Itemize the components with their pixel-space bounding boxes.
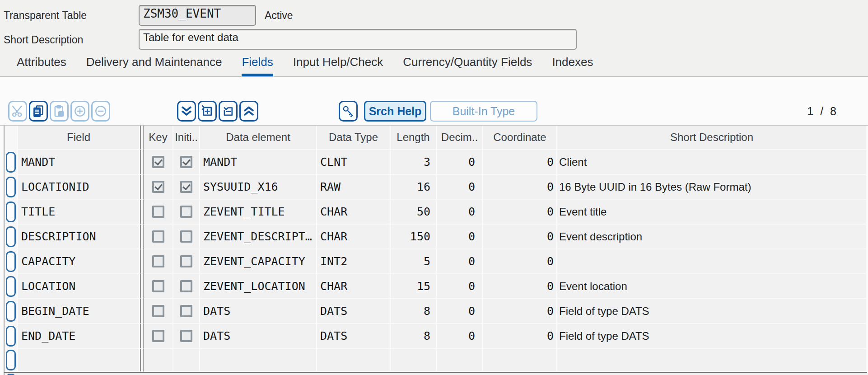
tab-fields[interactable]: Fields [242,55,273,76]
cell-length[interactable]: 8 [391,299,437,324]
row-selector[interactable] [6,326,16,347]
cell-data-element[interactable]: SYSUUID_X16 [200,175,317,200]
cell-data-element[interactable]: ZEVENT_TITLE [200,200,317,225]
key-button[interactable] [339,101,358,122]
cell-data-element[interactable]: DATS [200,299,317,324]
cell-data-element[interactable] [200,349,317,372]
initial-checkbox[interactable] [180,280,192,292]
key-checkbox[interactable] [152,330,164,342]
initial-checkbox[interactable] [180,305,192,317]
cell-data-type[interactable]: INT2 [317,249,391,274]
cell-coordinate[interactable]: 0 [483,200,557,225]
cell-field[interactable]: MANDT [18,150,140,175]
cell-data-type[interactable]: DATS [317,299,391,324]
cell-short-description[interactable]: Field of type DATS [557,299,867,324]
cell-data-element[interactable]: MANDT [200,150,317,175]
plus-circle-button[interactable] [70,101,89,122]
cell-coordinate[interactable]: 0 [483,324,557,349]
cell-short-description[interactable]: Event title [557,200,867,225]
cell-field[interactable] [18,349,140,372]
cell-field[interactable]: BEGIN_DATE [18,299,140,324]
tab-currency-quantity-fields[interactable]: Currency/Quantity Fields [403,55,532,76]
cell-decimals[interactable]: 0 [437,324,483,349]
short-description-input[interactable]: Table for event data [139,29,577,50]
cell-decimals[interactable]: 0 [437,274,483,299]
tab-delivery-and-maintenance[interactable]: Delivery and Maintenance [86,55,222,76]
tab-attributes[interactable]: Attributes [17,55,66,76]
cell-coordinate[interactable]: 0 [483,274,557,299]
cell-length[interactable]: 8 [391,324,437,349]
cell-decimals[interactable]: 0 [437,225,483,249]
cell-data-element[interactable]: DATS [200,324,317,349]
row-selector[interactable] [6,152,16,173]
table-name-input[interactable]: ZSM30_EVENT [139,5,256,26]
tab-indexes[interactable]: Indexes [552,55,593,76]
cell-length[interactable]: 150 [391,225,437,249]
cut-button[interactable] [8,101,27,122]
key-checkbox[interactable] [152,230,164,243]
cell-field[interactable]: LOCATION [18,274,140,299]
cell-coordinate[interactable]: 0 [483,225,557,249]
initial-checkbox[interactable] [180,156,192,168]
cell-decimals[interactable] [437,349,483,372]
built-in-type-button[interactable]: Built-In Type [430,101,537,122]
cell-coordinate[interactable]: 0 [483,175,557,200]
initial-checkbox[interactable] [180,255,192,267]
cell-decimals[interactable]: 0 [437,249,483,274]
cell-length[interactable]: 5 [391,249,437,274]
cell-coordinate[interactable]: 0 [483,249,557,274]
key-checkbox[interactable] [152,181,164,193]
cell-data-type[interactable] [317,349,391,372]
cell-data-element[interactable]: ZEVENT_DESCRIPT… [200,225,317,249]
cell-short-description[interactable]: Event location [557,274,867,299]
row-selector[interactable] [6,251,16,272]
key-checkbox[interactable] [152,156,164,168]
cell-data-type[interactable]: CHAR [317,274,391,299]
cell-data-type[interactable]: DATS [317,324,391,349]
cell-data-type[interactable]: CHAR [317,225,391,249]
cell-short-description[interactable] [557,349,867,372]
initial-checkbox[interactable] [180,330,192,342]
initial-checkbox[interactable] [180,181,192,193]
cell-data-type[interactable]: CLNT [317,150,391,175]
cell-length[interactable]: 16 [391,175,437,200]
row-selector[interactable] [6,301,16,322]
cell-short-description[interactable] [557,249,867,274]
insert-row-button[interactable] [198,101,217,122]
cell-field[interactable]: CAPACITY [18,249,140,274]
cell-decimals[interactable]: 0 [437,299,483,324]
row-selector[interactable] [6,177,16,197]
cell-decimals[interactable]: 0 [437,175,483,200]
key-checkbox[interactable] [152,305,164,317]
cell-coordinate[interactable] [483,349,557,372]
key-checkbox[interactable] [152,206,164,218]
row-selector[interactable] [6,350,16,370]
row-selector[interactable] [6,276,16,297]
initial-checkbox[interactable] [180,206,192,218]
cell-length[interactable]: 15 [391,274,437,299]
cell-decimals[interactable]: 0 [437,150,483,175]
cell-field[interactable]: DESCRIPTION [18,225,140,249]
srch-help-button[interactable]: Srch Help [364,101,426,122]
cell-short-description[interactable]: Field of type DATS [557,324,867,349]
cell-field[interactable]: TITLE [18,200,140,225]
tab-input-help-check[interactable]: Input Help/Check [293,55,383,76]
copy-button[interactable] [29,101,48,122]
row-selector[interactable] [6,226,16,247]
cell-length[interactable]: 3 [391,150,437,175]
key-checkbox[interactable] [152,255,164,267]
cell-short-description[interactable]: Client [557,150,867,175]
cell-short-description[interactable]: 16 Byte UUID in 16 Bytes (Raw Format) [557,175,867,200]
delete-row-button[interactable] [219,101,238,122]
cell-data-type[interactable]: CHAR [317,200,391,225]
key-checkbox[interactable] [152,280,164,292]
cell-field[interactable]: END_DATE [18,324,140,349]
cell-decimals[interactable]: 0 [437,200,483,225]
cell-data-element[interactable]: ZEVENT_LOCATION [200,274,317,299]
chevrons-down-button[interactable] [177,101,196,122]
initial-checkbox[interactable] [180,230,192,243]
minus-circle-button[interactable] [91,101,110,122]
row-selector[interactable] [6,202,16,222]
cell-coordinate[interactable]: 0 [483,150,557,175]
cell-data-element[interactable]: ZEVENT_CAPACITY [200,249,317,274]
